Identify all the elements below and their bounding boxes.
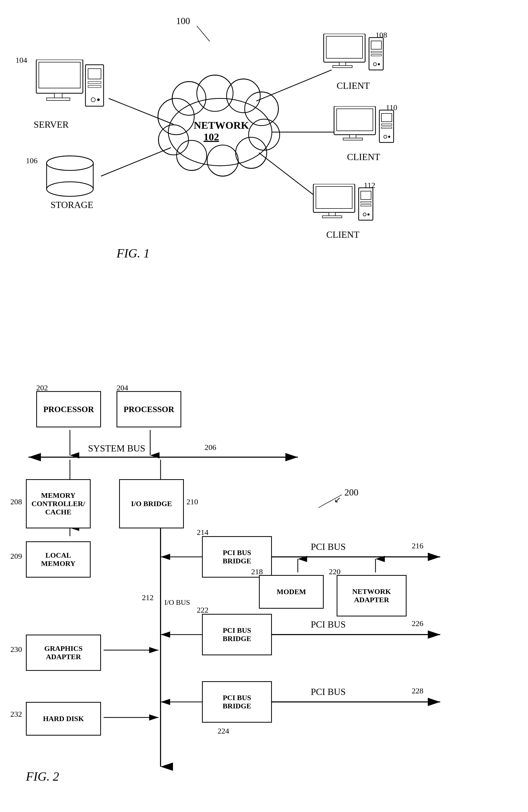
svg-line-26 — [256, 70, 332, 101]
sysbus-label: SYSTEM BUS — [88, 443, 145, 454]
svg-rect-35 — [88, 69, 101, 79]
localmem-ref: 209 — [10, 552, 22, 561]
client3-computer — [311, 184, 376, 231]
pciline3-ref: 228 — [412, 686, 423, 695]
svg-point-3 — [172, 82, 206, 115]
svg-point-11 — [159, 125, 189, 155]
iobridge-box: I/O BRIDGE — [119, 479, 184, 528]
modem-box: MODEM — [259, 575, 324, 609]
fig2-area: 200 ↙ PROCESSOR 202 PROCESSOR 204 SYSTEM… — [0, 371, 528, 811]
svg-point-7 — [249, 119, 280, 150]
pciline1-label: PCI BUS — [311, 541, 346, 552]
pci2-box: PCI BUS BRIDGE — [202, 614, 272, 655]
svg-rect-67 — [322, 216, 342, 218]
svg-point-53 — [378, 63, 380, 65]
svg-point-10 — [177, 140, 207, 171]
pci1-ref: 214 — [197, 528, 208, 537]
svg-point-8 — [236, 137, 267, 168]
netadapter-box: NETWORK ADAPTER — [337, 575, 407, 617]
server-ref: 104 — [16, 56, 27, 64]
svg-rect-61 — [381, 127, 392, 129]
server-label: SERVER — [34, 119, 69, 130]
svg-point-4 — [197, 75, 233, 111]
svg-rect-33 — [47, 98, 70, 101]
svg-point-13 — [168, 98, 272, 166]
storage-ref: 106 — [26, 156, 38, 165]
svg-rect-37 — [88, 86, 101, 88]
pciline3-label: PCI BUS — [311, 686, 346, 697]
svg-point-6 — [245, 92, 278, 126]
graphics-ref: 230 — [10, 645, 22, 654]
iobus-ref: 212 — [142, 593, 153, 602]
fig2-ref200: 200 — [344, 487, 358, 498]
storage-label: STORAGE — [50, 200, 93, 210]
iobridge-label: I/O BRIDGE — [131, 499, 172, 508]
client1-ref: 108 — [376, 31, 387, 39]
pci3-ref: 224 — [218, 726, 229, 735]
client1-computer — [321, 34, 386, 80]
svg-rect-69 — [361, 191, 371, 200]
svg-point-39 — [97, 98, 100, 101]
svg-point-2 — [158, 98, 194, 135]
modem-ref: 218 — [251, 567, 263, 576]
svg-point-38 — [91, 98, 95, 102]
svg-rect-70 — [361, 202, 371, 203]
sysbus-ref: 206 — [205, 443, 216, 452]
localmem-box: LOCAL MEMORY — [26, 541, 91, 578]
svg-point-9 — [207, 145, 238, 176]
svg-point-16 — [197, 75, 233, 111]
memctrl-label: MEMORY CONTROLLER/ CACHE — [32, 491, 85, 516]
pciline2-label: PCI BUS — [311, 619, 346, 630]
svg-rect-47 — [333, 66, 352, 68]
network-ref: 102 — [204, 131, 219, 143]
pci2-ref: 222 — [197, 606, 208, 614]
svg-rect-60 — [381, 124, 392, 125]
svg-rect-31 — [39, 62, 80, 88]
svg-point-21 — [207, 145, 238, 176]
svg-point-43 — [47, 156, 93, 171]
client2-ref: 110 — [386, 103, 397, 112]
pci3-box: PCI BUS BRIDGE — [202, 681, 272, 723]
svg-line-24 — [109, 98, 174, 124]
page: 100 SERVER 104 — [0, 0, 528, 812]
svg-point-19 — [249, 119, 280, 150]
network-label: NETWORK — [194, 119, 249, 131]
server-computer — [34, 60, 106, 119]
processor1-box: PROCESSOR — [36, 391, 101, 427]
svg-point-17 — [226, 79, 260, 113]
fig2-title: FIG. 2 — [26, 769, 59, 783]
fig1-area: 100 SERVER 104 — [0, 8, 528, 371]
storage-cylinder — [44, 156, 96, 198]
processor2-label: PROCESSOR — [123, 405, 174, 414]
memctrl-ref: 208 — [10, 497, 22, 506]
harddisk-label: HARD DISK — [43, 715, 84, 723]
svg-point-14 — [158, 98, 194, 135]
svg-point-15 — [172, 82, 206, 115]
harddisk-ref: 232 — [10, 710, 22, 719]
svg-point-52 — [373, 63, 377, 66]
processor1-label: PROCESSOR — [43, 405, 94, 414]
netadapter-label: NETWORK ADAPTER — [352, 588, 391, 604]
svg-rect-36 — [88, 82, 101, 84]
harddisk-box: HARD DISK — [26, 702, 101, 736]
fig1-ref100: 100 — [176, 16, 190, 26]
svg-point-18 — [245, 92, 278, 126]
svg-point-62 — [384, 135, 387, 138]
localmem-label: LOCAL MEMORY — [41, 551, 76, 568]
pciline1-ref: 216 — [412, 541, 423, 550]
svg-rect-51 — [371, 54, 381, 56]
modem-label: MODEM — [277, 588, 306, 596]
svg-point-42 — [47, 182, 93, 196]
svg-point-22 — [177, 140, 207, 171]
fig1-title: FIG. 1 — [117, 246, 150, 260]
client3-ref: 112 — [364, 181, 375, 190]
svg-point-5 — [226, 79, 260, 113]
svg-line-25 — [101, 148, 171, 176]
memctrl-box: MEMORY CONTROLLER/ CACHE — [26, 479, 91, 528]
svg-line-29 — [197, 26, 210, 41]
client2-label: CLIENT — [347, 151, 380, 162]
svg-rect-55 — [337, 109, 373, 131]
netadapter-ref: 220 — [329, 567, 340, 576]
processor2-box: PROCESSOR — [117, 391, 181, 427]
svg-point-63 — [388, 136, 390, 138]
